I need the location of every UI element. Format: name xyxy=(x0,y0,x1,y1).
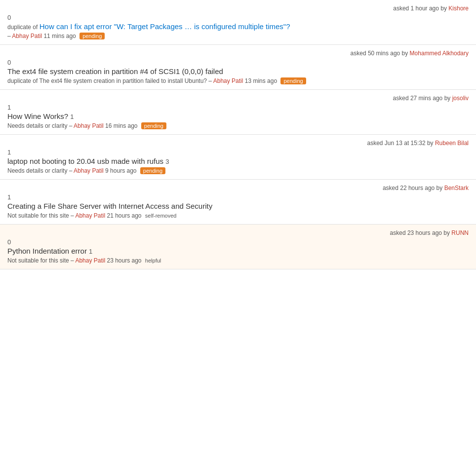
item-action-6: Not suitable for this site – Abhay Patil… xyxy=(7,257,469,264)
item-meta-top-2: asked 50 mins ago by Mohammed Alkhodary xyxy=(7,50,469,57)
item-meta-top-6: asked 23 hours ago by RUNN xyxy=(7,229,469,236)
user-link-josoliv[interactable]: josoliv xyxy=(452,95,469,102)
badge-selfremoved-5: self-removed xyxy=(145,213,177,219)
item-meta-top-1: asked 1 hour ago by Kishore xyxy=(7,5,469,12)
user-link-benstark[interactable]: BenStark xyxy=(444,185,469,191)
item-action-3: Needs details or clarity – Abhay Patil 1… xyxy=(7,122,469,129)
duplicate-prefix-1: duplicate of xyxy=(7,24,40,31)
item-meta-top-4: asked Jun 13 at 15:32 by Rubeen Bilal xyxy=(7,140,469,147)
dup-action-prefix-2: duplicate of xyxy=(7,77,40,84)
item-action-2: duplicate of The ext4 file system creati… xyxy=(7,77,469,84)
question-item-4: asked Jun 13 at 15:32 by Rubeen Bilal 1 … xyxy=(0,135,476,180)
item-meta-top-3: asked 27 mins ago by josoliv xyxy=(7,95,469,102)
item-title-1: duplicate of How can I fix apt error "W:… xyxy=(7,22,469,31)
item-title-6: Python Indentation error 1 xyxy=(7,247,469,255)
action-user-4[interactable]: Abhay Patil xyxy=(74,167,104,174)
user-link-mohammed[interactable]: Mohammed Alkhodary xyxy=(410,50,469,57)
action-time-1: 11 mins ago xyxy=(43,33,76,39)
user-link-rubeen[interactable]: Rubeen Bilal xyxy=(435,140,469,147)
user-link-runn[interactable]: RUNN xyxy=(451,229,469,236)
action-user-1[interactable]: Abhay Patil xyxy=(12,33,42,39)
badge-pending-1: pending xyxy=(79,33,105,39)
vote-count-3: 1 xyxy=(7,104,469,111)
question-item-5: asked 22 hours ago by BenStark 1 Creatin… xyxy=(0,180,476,225)
title-link-1[interactable]: How can I fix apt error "W: Target Packa… xyxy=(40,22,290,31)
item-action-4: Needs details or clarity – Abhay Patil 9… xyxy=(7,167,469,174)
item-title-5: Creating a File Share Server with Intern… xyxy=(7,202,469,210)
vote-count-2: 0 xyxy=(7,59,469,66)
question-item-3: asked 27 mins ago by josoliv 1 How Wine … xyxy=(0,90,476,135)
item-action-1: – Abhay Patil 11 mins ago pending xyxy=(7,33,469,39)
item-title-2: The ext4 file system creation in partiti… xyxy=(7,67,469,75)
vote-count-4: 1 xyxy=(7,149,469,156)
badge-pending-3: pending xyxy=(141,122,166,129)
action-time-5: 21 hours ago xyxy=(107,212,141,219)
item-title-4: laptop not booting to 20.04 usb made wit… xyxy=(7,157,469,165)
question-item-1: asked 1 hour ago by Kishore 0 duplicate … xyxy=(0,0,476,45)
action-time-3: 16 mins ago xyxy=(105,122,137,129)
title-count-4: 3 xyxy=(165,158,169,165)
badge-pending-4: pending xyxy=(140,167,165,174)
action-time-2: 13 mins ago xyxy=(245,77,277,84)
action-user-6[interactable]: Abhay Patil xyxy=(75,257,105,264)
action-user-5[interactable]: Abhay Patil xyxy=(75,212,105,219)
vote-count-5: 1 xyxy=(7,193,469,201)
title-count-6: 1 xyxy=(89,248,92,255)
title-count-3: 1 xyxy=(70,113,74,120)
vote-count-1: 0 xyxy=(7,14,469,21)
badge-pending-2: pending xyxy=(280,77,306,84)
item-title-3: How Wine Works? 1 xyxy=(7,112,469,120)
user-link-kishore[interactable]: Kishore xyxy=(448,5,469,12)
action-user-3[interactable]: Abhay Patil xyxy=(74,122,104,129)
vote-count-6: 0 xyxy=(7,238,469,246)
item-meta-top-5: asked 22 hours ago by BenStark xyxy=(7,185,469,191)
action-time-6: 23 hours ago xyxy=(107,257,141,264)
dup-action-title-2: The ext4 file system creation in partiti… xyxy=(40,77,207,84)
action-user-2[interactable]: Abhay Patil xyxy=(213,77,243,84)
item-action-5: Not suitable for this site – Abhay Patil… xyxy=(7,212,469,219)
question-item-6: asked 23 hours ago by RUNN 0 Python Inde… xyxy=(0,225,476,269)
badge-helpful-6: helpful xyxy=(145,258,161,264)
question-item-2: asked 50 mins ago by Mohammed Alkhodary … xyxy=(0,45,476,90)
action-time-4: 9 hours ago xyxy=(105,167,136,174)
